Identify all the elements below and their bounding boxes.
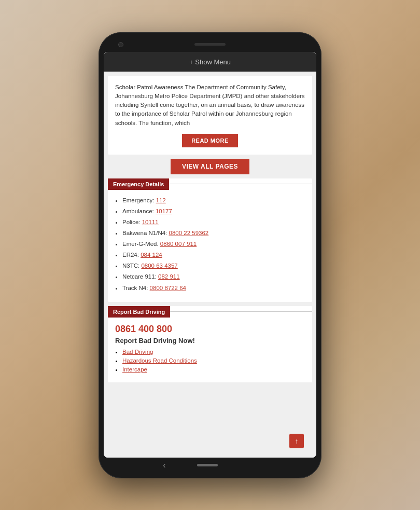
list-item: N3TC: 0800 63 4357	[122, 261, 305, 270]
n3tc-label: N3TC:	[122, 263, 141, 269]
bakwena-number-link[interactable]: 0800 22 59362	[169, 230, 209, 236]
trackn4-label: Track N4:	[122, 285, 150, 291]
read-more-button[interactable]: READ MORE	[182, 134, 238, 147]
list-item: Bakwena N1/N4: 0800 22 59362	[122, 229, 305, 237]
list-item: Netcare 911: 082 911	[122, 272, 305, 281]
report-phone-number[interactable]: 0861 400 800	[108, 324, 312, 335]
emermed-label: Emer-G-Med.	[122, 241, 160, 247]
bakwena-label: Bakwena N1/N4:	[122, 230, 169, 236]
menu-bar[interactable]: + Show Menu	[104, 52, 316, 72]
app-content[interactable]: + Show Menu Scholar Patrol Awareness The…	[104, 52, 316, 458]
hazardous-link[interactable]: Hazardous Road Conditions	[122, 357, 197, 364]
ambulance-label: Ambulance:	[122, 208, 156, 214]
home-button[interactable]	[197, 464, 218, 466]
list-item: Emergency: 112	[122, 196, 305, 204]
list-item: Track N4: 0800 8722 64	[122, 284, 305, 292]
phone-screen: + Show Menu Scholar Patrol Awareness The…	[104, 52, 316, 458]
netcare-label: Netcare 911:	[122, 273, 158, 280]
list-item: Ambulance: 10177	[122, 207, 305, 215]
n3tc-number-link[interactable]: 0800 63 4357	[141, 263, 177, 269]
menu-bar-label[interactable]: + Show Menu	[189, 58, 231, 66]
emermed-number-link[interactable]: 0860 007 911	[160, 241, 197, 247]
trackn4-number-link[interactable]: 0800 8722 64	[150, 285, 186, 291]
back-button[interactable]: ‹	[163, 461, 165, 470]
emergency-header-line	[169, 184, 312, 184]
report-title-badge: Report Bad Driving	[108, 306, 170, 318]
emergency-title-badge: Emergency Details	[108, 178, 169, 190]
emergency-section: Emergency Details Emergency: 112 Ambulan…	[108, 178, 312, 302]
police-number-link[interactable]: 10111	[142, 219, 159, 225]
list-item: Hazardous Road Conditions	[122, 357, 305, 364]
report-header-line	[170, 311, 312, 312]
emergency-list: Emergency: 112 Ambulance: 10177 Police: …	[108, 196, 312, 292]
speaker	[194, 43, 226, 46]
article-card: Scholar Patrol Awareness The Department …	[108, 76, 312, 155]
intercape-link[interactable]: Intercape	[122, 366, 147, 373]
phone-inner: + Show Menu Scholar Patrol Awareness The…	[104, 37, 316, 473]
list-item: ER24: 084 124	[122, 251, 305, 259]
phone-notch	[104, 37, 316, 52]
list-item: Intercape	[122, 366, 305, 373]
bottom-spacer	[104, 387, 316, 407]
ambulance-number-link[interactable]: 10177	[156, 208, 172, 214]
bad-driving-link[interactable]: Bad Driving	[122, 349, 153, 355]
er24-label: ER24:	[122, 252, 141, 258]
emergency-number-link[interactable]: 112	[156, 197, 166, 203]
scroll-top-button[interactable]: ↑	[289, 434, 304, 448]
list-item: Police: 10111	[122, 218, 305, 226]
report-list: Bad Driving Hazardous Road Conditions In…	[108, 349, 312, 373]
netcare-number-link[interactable]: 082 911	[158, 273, 180, 280]
report-section: Report Bad Driving 0861 400 800 Report B…	[108, 306, 312, 382]
camera-icon	[118, 42, 123, 47]
report-section-header: Report Bad Driving	[108, 306, 312, 318]
emergency-section-header: Emergency Details	[108, 178, 312, 190]
view-all-button[interactable]: VIEW ALL PAGES	[171, 159, 249, 174]
police-label: Police:	[122, 219, 142, 225]
list-item: Emer-G-Med. 0860 007 911	[122, 240, 305, 248]
emergency-label: Emergency:	[122, 197, 156, 203]
scroll-top-icon: ↑	[295, 437, 299, 445]
phone-bottom-bar: ‹	[104, 458, 316, 473]
phone-frame: + Show Menu Scholar Patrol Awareness The…	[99, 32, 321, 478]
report-subtitle: Report Bad Driving Now!	[108, 337, 312, 344]
er24-number-link[interactable]: 084 124	[141, 252, 162, 258]
article-text: Scholar Patrol Awareness The Department …	[115, 83, 305, 128]
list-item: Bad Driving	[122, 349, 305, 355]
